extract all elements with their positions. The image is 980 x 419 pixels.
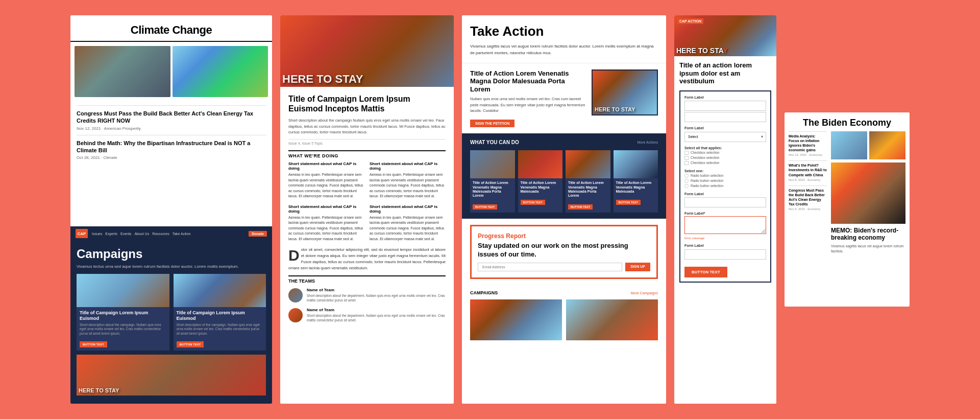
action-content: Title of Action Lorem Venenatis Magna Do… (470, 69, 585, 128)
nav-resources[interactable]: Resources (152, 232, 169, 236)
sidebar-item-1[interactable]: Media Analysis: Focus on Inflation ignor… (789, 131, 827, 156)
article-byline: Oct 28, 2021 · Climate (77, 155, 266, 160)
right-panels-column: The Biden Economy Media Analysis: Focus … (785, 112, 910, 307)
panel-take-action: Take Action Vivamus sagittis lacus vel a… (462, 15, 666, 404)
issue-line: Issue 4, Issue 5 Topic (288, 139, 446, 145)
form-group-radio: Select one: Radio button selection Radio… (684, 169, 766, 188)
campaigns-header: CAMPAIGNS More Campaigns (470, 290, 658, 295)
action-title: Title of Action Lorem Venenatis Magna Do… (470, 69, 585, 94)
campaign-image-bottom-2 (566, 299, 658, 340)
article-item[interactable]: Behind the Math: Why the Bipartisan Infr… (77, 135, 266, 165)
article-headline: Behind the Math: Why the Bipartisan Infr… (77, 139, 266, 154)
form-content: Title of an action lorem ipsum dolor est… (674, 56, 776, 404)
form-label-5: Form Label* (684, 212, 766, 215)
campaign-card-body: Title of Campaign Lorem Ipsum Euismod Sh… (77, 307, 169, 351)
drop-cap-paragraph: D olor sit amet, consectetur adipiscing … (288, 247, 446, 271)
nav-issues[interactable]: Issues (92, 232, 102, 236)
wycd-grid: Title of Action Lorem Venenatis Magna Ma… (470, 150, 658, 213)
wycd-card-body: Title of Action Lorem Venenatis Magna Ma… (566, 178, 610, 213)
more-campaigns-link[interactable]: More Campaigns (631, 291, 658, 295)
economy-main-article: MEMO: Biden's record-breaking economy Vi… (831, 131, 905, 302)
sidebar-item-date-2: Nov 8, 2021 · Economy (789, 178, 827, 181)
economy-bottom-images (831, 131, 905, 159)
articles-list: Congress Must Pass the Build Back Better… (70, 101, 272, 226)
donate-button[interactable]: Donate (249, 231, 267, 237)
checkbox-1[interactable] (684, 151, 689, 155)
form-textarea[interactable] (684, 216, 766, 234)
news-header: Climate Change (70, 15, 272, 42)
wycd-card-title: Title of Action Lorem Venenatis Magna Ma… (473, 181, 512, 198)
radio-2[interactable] (684, 179, 689, 183)
nav-take-action[interactable]: Take Action (173, 232, 191, 236)
wycd-card-3[interactable]: Title of Action Lorem Venenatis Magna Ma… (566, 150, 610, 213)
campaigns-grid: Title of Campaign Lorem Ipsum Euismod Sh… (77, 274, 266, 351)
more-actions-link[interactable]: More Actions (638, 141, 658, 144)
radio-3[interactable] (684, 184, 689, 188)
wycd-button[interactable]: BUTTON TEXT (616, 200, 641, 205)
checkbox-3[interactable] (684, 161, 689, 165)
radio-1[interactable] (684, 174, 689, 178)
checkbox-item-1: Checkbox selection (684, 151, 766, 155)
wycd-card-1[interactable]: Title of Action Lorem Venenatis Magna Ma… (470, 150, 515, 213)
hero-overlay-text: HERE TO STAY (676, 47, 728, 54)
team-member-1: Name of Team Short description about the… (288, 288, 446, 302)
campaign-card-body: Title of Campaign Lorem Ipsum Euismod Sh… (174, 307, 266, 351)
campaign-image (77, 274, 169, 307)
col1-title: Short statement about what CAP is doing (288, 161, 364, 171)
two-col-section-2: Short statement about what CAP is doing … (288, 204, 446, 242)
form-hero-image: CAP ACTION HERE TO STAY (674, 15, 776, 56)
form-input-1[interactable] (684, 101, 766, 111)
campaigns-description: Vivamus lectus urna sed aque lorem rutru… (77, 264, 266, 269)
panel-biden-economy: The Biden Economy Media Analysis: Focus … (785, 112, 910, 307)
form-input-1b[interactable] (684, 112, 766, 122)
campaign-card[interactable]: Title of Campaign Lorem Ipsum Euismod Sh… (174, 274, 266, 351)
form-label-4: Form Label (684, 192, 766, 196)
wycd-button[interactable]: BUTTON TEXT (568, 204, 593, 210)
article-hero-image: HERE TO STAY (280, 15, 454, 87)
checkbox-item-3: Checkbox selection (684, 161, 766, 165)
sidebar-item-3[interactable]: Congress Must Pass the Build Back Better… (789, 185, 827, 211)
wycd-card-4[interactable]: Title of Action Lorem Venenatis Magna Ma… (614, 150, 658, 213)
campaign-card[interactable]: Title of Campaign Lorem Ipsum Euismod Sh… (77, 274, 169, 351)
wycd-button[interactable]: BUTTON TEXT (473, 204, 497, 210)
article-item[interactable]: Congress Must Pass the Build Back Better… (77, 105, 266, 135)
radio-item-1: Radio button selection (684, 174, 766, 178)
form-input-6[interactable] (684, 249, 766, 260)
wycd-button[interactable]: BUTTON TEXT (521, 200, 545, 205)
nav-experts[interactable]: Experts (105, 232, 117, 236)
hero-overlay-text: HERE TO STAY (282, 74, 363, 85)
article-title: Title of Campaign Lorem Ipsum Euismod In… (288, 94, 446, 113)
economy-article-desc: Vivamus sagittis lacus vel augue lorem r… (831, 244, 905, 254)
signup-button[interactable]: SIGN UP (625, 263, 650, 271)
team-section-label: THE TEAMS (288, 275, 446, 284)
sidebar-item-2[interactable]: What's the Point? Investments in R&D to … (789, 160, 827, 181)
progress-report-label: Progress Report (478, 232, 650, 240)
wycd-image-2 (518, 150, 563, 178)
form-group-5: Form Label* Error message (684, 212, 766, 240)
col3-text: Aeneas in leo quam. Pellentesque ornare … (288, 215, 364, 242)
wycd-image-3 (566, 150, 610, 178)
radio-label: Select one: (684, 169, 766, 173)
nav-events[interactable]: Events (120, 232, 131, 236)
email-input[interactable] (478, 263, 622, 271)
sign-petition-button[interactable]: SIGN THE PETITION (470, 120, 514, 127)
campaign-button[interactable]: BUTTON TEXT (80, 341, 107, 347)
campaign-image (174, 274, 266, 307)
drop-cap-letter: D (288, 248, 300, 263)
campaigns-section: Campaigns Vivamus lectus urna sed aque l… (70, 241, 272, 404)
col4-text: Aeneas in leo quam. Pellentesque ornare … (370, 215, 446, 242)
wycd-title: WHAT YOU CAN DO (470, 139, 519, 145)
campaign-card-desc: Short description about the campaign. Nu… (80, 323, 166, 336)
wycd-card-2[interactable]: Title of Action Lorem Venenatis Magna Ma… (518, 150, 563, 213)
checkbox-group: Checkbox selection Checkbox selection Ch… (684, 151, 766, 165)
radio-label-3: Radio button selection (691, 184, 723, 188)
form-select[interactable]: Select (684, 132, 766, 142)
campaign-button[interactable]: BUTTON TEXT (177, 341, 204, 347)
action-image: HERE TO STAY (592, 69, 658, 115)
action-image-text: HERE TO STAY (595, 107, 635, 112)
nav-about[interactable]: About Us (134, 232, 149, 236)
checkbox-2[interactable] (684, 156, 689, 160)
form-input-4[interactable] (684, 197, 766, 207)
form-submit-button[interactable]: BUTTON TEXT (684, 267, 727, 277)
campaigns-title: Campaigns (77, 247, 266, 261)
